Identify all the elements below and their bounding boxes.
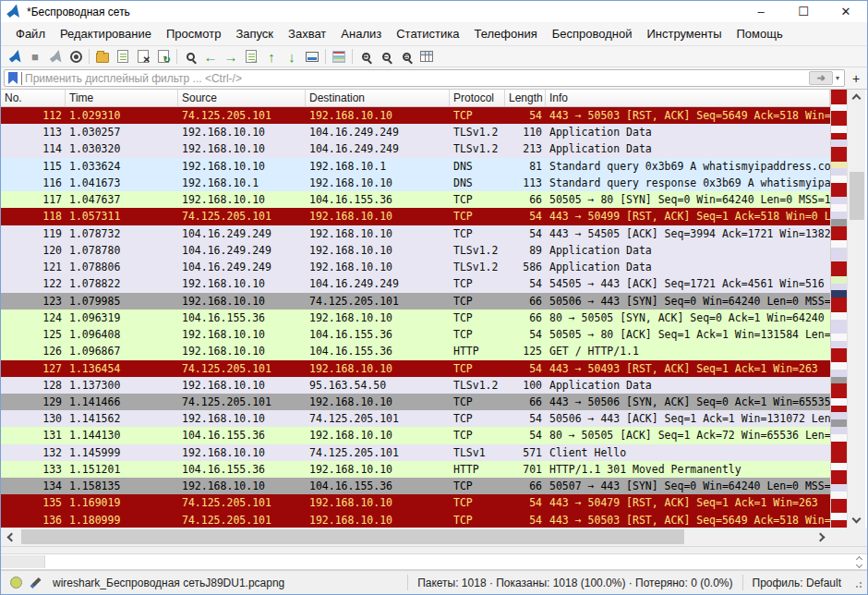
packet-row[interactable]: 1211.078806104.16.249.249192.168.10.10TL… bbox=[1, 259, 830, 275]
colorize-packets-icon[interactable] bbox=[329, 47, 349, 66]
packet-rows: 1121.02931074.125.205.101192.168.10.10TC… bbox=[1, 107, 830, 528]
packet-row[interactable]: 1351.16901974.125.205.101192.168.10.10TC… bbox=[1, 494, 830, 511]
packet-row[interactable]: 1341.158135192.168.10.10104.16.155.36TCP… bbox=[1, 478, 830, 494]
pane-splitter-icon[interactable] bbox=[857, 557, 862, 567]
packet-row[interactable]: 1251.096408192.168.10.10104.16.155.36TCP… bbox=[1, 326, 830, 343]
column-header-protocol[interactable]: Protocol bbox=[450, 90, 505, 106]
horizontal-scroll-track[interactable] bbox=[18, 528, 814, 546]
close-file-icon[interactable]: ✕ bbox=[133, 47, 153, 66]
packet-row[interactable]: 1181.05731174.125.205.101192.168.10.10TC… bbox=[1, 208, 830, 225]
capture-options-icon[interactable] bbox=[66, 47, 86, 66]
scroll-right-icon[interactable] bbox=[814, 534, 830, 540]
packet-row[interactable]: 1221.078822192.168.10.10104.16.249.249TC… bbox=[1, 275, 830, 292]
packet-row[interactable]: 1331.151201104.16.155.36192.168.10.10HTT… bbox=[1, 461, 830, 478]
wireshark-logo-icon bbox=[6, 5, 21, 19]
vertical-scrollbar[interactable] bbox=[847, 90, 865, 528]
column-header-length[interactable]: Length bbox=[505, 90, 546, 106]
stop-capture-icon[interactable]: ■ bbox=[25, 47, 45, 66]
display-filter-input[interactable]: Применить дисплейный фильтр ... <Ctrl-/>… bbox=[4, 69, 845, 87]
menu-item-1[interactable]: Файл bbox=[8, 24, 53, 43]
start-capture-fin-icon[interactable] bbox=[5, 47, 25, 66]
packet-row[interactable]: 1291.14146674.125.205.101192.168.10.10TC… bbox=[1, 394, 830, 410]
auto-scroll-icon[interactable] bbox=[302, 47, 322, 66]
collapsed-detail-pane bbox=[1, 553, 867, 570]
save-file-icon[interactable] bbox=[113, 47, 133, 66]
packet-row[interactable]: 1311.144130104.16.155.36192.168.10.10TCP… bbox=[1, 427, 830, 443]
expert-info-icon[interactable] bbox=[10, 577, 22, 589]
menu-item-3[interactable]: Просмотр bbox=[159, 24, 228, 43]
menu-item-7[interactable]: Статистика bbox=[389, 24, 466, 43]
menu-item-6[interactable]: Анализ bbox=[333, 24, 389, 43]
horizontal-scroll-thumb[interactable] bbox=[21, 529, 684, 544]
reload-file-icon[interactable]: ↻ bbox=[153, 47, 174, 66]
packet-row[interactable]: 1121.02931074.125.205.101192.168.10.10TC… bbox=[1, 107, 830, 124]
menu-item-2[interactable]: Редактирование bbox=[53, 24, 159, 43]
packet-row[interactable]: 1261.096867192.168.10.10104.16.155.36HTT… bbox=[1, 343, 830, 359]
go-back-icon[interactable]: ← bbox=[200, 47, 221, 66]
packet-row[interactable]: 1131.030257192.168.10.10104.16.249.249TL… bbox=[1, 124, 830, 140]
filter-dropdown-caret[interactable]: ▾ bbox=[833, 74, 842, 82]
filter-bookmark-icon[interactable] bbox=[8, 72, 18, 84]
window-title: *Беспроводная сеть bbox=[27, 6, 130, 18]
packet-row[interactable]: 1161.041673192.168.10.1192.168.10.10DNS1… bbox=[1, 175, 830, 191]
vertical-scroll-thumb[interactable] bbox=[850, 172, 864, 220]
packet-row[interactable]: 1361.18099974.125.205.101192.168.10.10TC… bbox=[1, 512, 830, 528]
packet-row[interactable]: 1171.047637192.168.10.10104.16.155.36TCP… bbox=[1, 191, 830, 208]
packet-row[interactable]: 1281.137300192.168.10.1095.163.54.50TLSv… bbox=[1, 377, 830, 394]
go-forward-icon[interactable]: → bbox=[221, 47, 241, 66]
packet-list-pane: No.TimeSourceDestinationProtocolLengthIn… bbox=[1, 89, 867, 528]
zoom-out-icon[interactable]: − bbox=[376, 47, 396, 66]
menu-item-5[interactable]: Захват bbox=[281, 24, 333, 43]
column-header-no[interactable]: No. bbox=[1, 90, 66, 106]
go-last-icon[interactable]: ↓ bbox=[282, 47, 302, 66]
toolbar-separator bbox=[89, 49, 90, 64]
close-button[interactable]: ✕ bbox=[825, 1, 867, 22]
packet-row[interactable]: 1191.078732104.16.249.249192.168.10.10TC… bbox=[1, 225, 830, 242]
scrollbar-corner bbox=[830, 528, 867, 546]
vertical-scroll-track[interactable] bbox=[848, 102, 865, 516]
capture-comment-icon[interactable] bbox=[30, 577, 41, 588]
minimize-button[interactable]: – bbox=[740, 1, 782, 22]
column-header-destination[interactable]: Destination bbox=[306, 90, 450, 106]
toolbar-separator bbox=[325, 49, 326, 64]
packet-row[interactable]: 1321.145999192.168.10.1074.125.205.101TL… bbox=[1, 444, 830, 461]
packet-row[interactable]: 1301.141562192.168.10.1074.125.205.101TC… bbox=[1, 410, 830, 427]
toolbar-separator bbox=[352, 49, 353, 64]
packet-row[interactable]: 1231.079985192.168.10.1074.125.205.101TC… bbox=[1, 293, 830, 310]
packet-row[interactable]: 1201.078780104.16.249.249192.168.10.10TL… bbox=[1, 242, 830, 259]
menu-item-4[interactable]: Запуск bbox=[228, 24, 281, 43]
resize-grip[interactable] bbox=[852, 578, 862, 588]
packet-row[interactable]: 1151.033624192.168.10.10192.168.10.1DNS8… bbox=[1, 158, 830, 175]
find-packet-icon[interactable] bbox=[180, 47, 200, 66]
resize-columns-icon[interactable] bbox=[416, 47, 437, 66]
zoom-in-icon[interactable]: + bbox=[356, 47, 376, 66]
zoom-original-icon[interactable]: = bbox=[396, 47, 416, 66]
column-header-source[interactable]: Source bbox=[178, 90, 306, 106]
packet-table: No.TimeSourceDestinationProtocolLengthIn… bbox=[1, 90, 830, 528]
packet-row[interactable]: 1241.096319104.16.155.36192.168.10.10TCP… bbox=[1, 310, 830, 326]
menu-item-9[interactable]: Беспроводной bbox=[545, 24, 640, 43]
restart-capture-icon[interactable] bbox=[45, 47, 66, 66]
go-first-icon[interactable]: ↑ bbox=[261, 47, 282, 66]
packet-row[interactable]: 1141.030320192.168.10.10104.16.249.249TL… bbox=[1, 140, 830, 157]
menu-item-8[interactable]: Телефония bbox=[466, 24, 544, 43]
menu-item-11[interactable]: Помощь bbox=[729, 24, 790, 43]
filter-bar: Применить дисплейный фильтр ... <Ctrl-/>… bbox=[1, 67, 867, 89]
horizontal-scrollbar-row bbox=[1, 528, 867, 546]
column-header-info[interactable]: Info bbox=[546, 90, 830, 106]
apply-filter-button[interactable]: ➜ bbox=[809, 71, 833, 85]
scroll-down-icon[interactable] bbox=[852, 515, 862, 524]
intelligent-scrollbar-minimap[interactable] bbox=[830, 90, 847, 528]
profile-label[interactable]: Профиль: Default bbox=[742, 575, 851, 591]
packet-row[interactable]: 1271.13645474.125.205.101192.168.10.10TC… bbox=[1, 360, 830, 377]
horizontal-scrollbar[interactable] bbox=[1, 528, 830, 546]
scroll-left-icon[interactable] bbox=[1, 534, 18, 540]
detail-pane-stub bbox=[1, 555, 45, 568]
go-to-packet-icon[interactable]: → bbox=[241, 47, 261, 66]
column-header-time[interactable]: Time bbox=[66, 90, 178, 106]
open-file-icon[interactable] bbox=[92, 47, 113, 66]
add-filter-button[interactable]: + bbox=[848, 71, 864, 86]
packet-table-header: No.TimeSourceDestinationProtocolLengthIn… bbox=[1, 90, 830, 107]
menu-item-10[interactable]: Инструменты bbox=[639, 24, 729, 43]
maximize-button[interactable]: ☐ bbox=[782, 1, 825, 22]
